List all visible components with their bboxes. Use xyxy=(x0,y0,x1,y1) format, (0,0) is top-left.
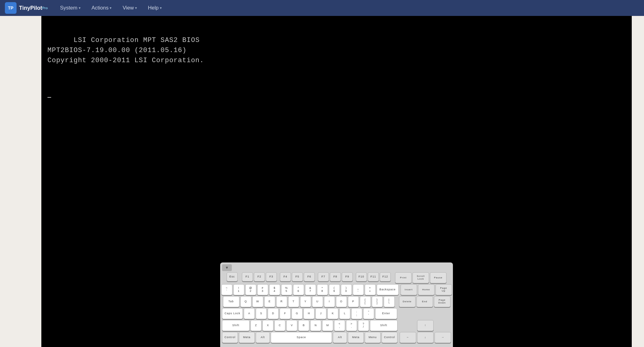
key-alt-left[interactable]: Alt xyxy=(256,332,270,343)
key-3[interactable]: #3 xyxy=(257,284,268,295)
key-8[interactable]: *8 xyxy=(317,284,328,295)
key-0[interactable]: )0 xyxy=(341,284,352,295)
key-shift-left[interactable]: Shift xyxy=(222,320,250,331)
key-q[interactable]: Q xyxy=(240,296,251,307)
menu-help[interactable]: Help ▾ xyxy=(143,2,167,13)
key-f[interactable]: F xyxy=(280,308,291,319)
key-ctrl-right[interactable]: Control xyxy=(382,332,397,343)
terminal-output: LSI Corporation MPT SAS2 BIOS MPT2BIOS-7… xyxy=(47,25,626,76)
key-w[interactable]: W xyxy=(252,296,263,307)
key-h[interactable]: H xyxy=(303,308,314,319)
key-r[interactable]: R xyxy=(276,296,287,307)
key-j[interactable]: J xyxy=(315,308,326,319)
key-comma[interactable]: <, xyxy=(334,320,345,331)
key-g[interactable]: G xyxy=(292,308,303,319)
key-x[interactable]: X xyxy=(262,320,273,331)
key-period[interactable]: >. xyxy=(346,320,357,331)
key-y[interactable]: Y xyxy=(300,296,311,307)
key-delete[interactable]: Delete xyxy=(399,296,416,307)
key-v[interactable]: V xyxy=(286,320,297,331)
key-z[interactable]: Z xyxy=(250,320,262,331)
key-arrow-down[interactable]: ↓ xyxy=(417,332,434,343)
key-caps-lock[interactable]: Caps Lock xyxy=(222,308,243,319)
key-insert[interactable]: Insert xyxy=(401,284,417,295)
key-arrow-up[interactable]: ↑ xyxy=(417,320,434,331)
key-meta-right[interactable]: Meta xyxy=(348,332,364,343)
key-f7[interactable]: F7 xyxy=(318,272,329,281)
keyboard-collapse-button[interactable]: ▼ xyxy=(222,264,232,271)
key-page-up[interactable]: PageUp xyxy=(435,284,452,295)
key-f12[interactable]: F12 xyxy=(380,272,391,281)
key-f5[interactable]: F5 xyxy=(292,272,303,281)
menu-view[interactable]: View ▾ xyxy=(118,2,142,13)
key-f9[interactable]: F9 xyxy=(342,272,353,281)
key-apostrophe[interactable]: "' xyxy=(363,308,374,319)
key-n[interactable]: N xyxy=(310,320,321,331)
key-menu[interactable]: Menu xyxy=(365,332,381,343)
key-f3[interactable]: F3 xyxy=(266,272,277,281)
key-7[interactable]: &7 xyxy=(305,284,316,295)
key-shift-right[interactable]: Shift xyxy=(370,320,397,331)
key-f8[interactable]: F8 xyxy=(330,272,341,281)
key-open-bracket[interactable]: {[ xyxy=(360,296,371,307)
key-esc[interactable]: Esc xyxy=(227,272,238,281)
key-home[interactable]: Home xyxy=(418,284,435,295)
chevron-down-icon: ▾ xyxy=(79,6,81,10)
key-2[interactable]: @2 xyxy=(245,284,256,295)
key-c[interactable]: C xyxy=(274,320,285,331)
menu-system[interactable]: System ▾ xyxy=(55,2,85,13)
key-a[interactable]: A xyxy=(244,308,255,319)
key-end[interactable]: End xyxy=(416,296,433,307)
key-t[interactable]: T xyxy=(288,296,299,307)
key-9[interactable]: (9 xyxy=(329,284,340,295)
virtual-keyboard: ▼ Esc F1 F2 F3 F4 F5 F6 F7 F8 F9 F10 xyxy=(220,262,453,347)
key-f6[interactable]: F6 xyxy=(304,272,315,281)
key-slash[interactable]: ?/ xyxy=(358,320,369,331)
key-minus[interactable]: _- xyxy=(353,284,364,295)
key-semicolon[interactable]: :; xyxy=(351,308,362,319)
key-close-bracket[interactable]: }] xyxy=(372,296,383,307)
key-s[interactable]: S xyxy=(256,308,267,319)
menu-actions[interactable]: Actions ▾ xyxy=(87,2,117,13)
key-m[interactable]: M xyxy=(322,320,333,331)
key-6[interactable]: ^6 xyxy=(293,284,304,295)
key-pause[interactable]: Pause xyxy=(430,272,446,283)
key-arrow-right[interactable]: → xyxy=(435,332,451,343)
key-f11[interactable]: F11 xyxy=(368,272,379,281)
key-l[interactable]: L xyxy=(339,308,350,319)
key-backslash[interactable]: |\ xyxy=(384,296,395,307)
key-print-screen[interactable]: Print xyxy=(395,272,412,283)
key-tab[interactable]: Tab xyxy=(223,296,239,307)
key-ctrl-left[interactable]: Control xyxy=(222,332,238,343)
key-page-down[interactable]: PageDown xyxy=(434,296,450,307)
key-k[interactable]: K xyxy=(327,308,338,319)
key-scroll-lock[interactable]: ScrollLock xyxy=(412,272,429,283)
key-u[interactable]: U xyxy=(312,296,323,307)
keyboard-number-row: ~` !1 @2 #3 $4 %5 ^6 &7 *8 (9 )0 _- += B… xyxy=(222,284,451,295)
key-b[interactable]: B xyxy=(298,320,309,331)
logo-pro: Pro xyxy=(42,6,48,10)
key-backtick[interactable]: ~` xyxy=(221,284,232,295)
key-enter[interactable]: Enter xyxy=(375,308,397,319)
key-arrow-left[interactable]: ← xyxy=(400,332,416,343)
key-5[interactable]: %5 xyxy=(281,284,292,295)
key-f2[interactable]: F2 xyxy=(254,272,265,281)
navigation-bar: TP TinyPilotPro System ▾ Actions ▾ View … xyxy=(0,0,644,16)
key-i[interactable]: I xyxy=(324,296,335,307)
terminal-area[interactable]: LSI Corporation MPT SAS2 BIOS MPT2BIOS-7… xyxy=(41,16,632,347)
logo-box: TP xyxy=(5,2,17,14)
key-d[interactable]: D xyxy=(268,308,279,319)
key-o[interactable]: O xyxy=(336,296,347,307)
key-e[interactable]: E xyxy=(264,296,275,307)
key-f1[interactable]: F1 xyxy=(242,272,253,281)
key-space[interactable]: Space xyxy=(271,332,332,343)
key-4[interactable]: $4 xyxy=(269,284,280,295)
key-f10[interactable]: F10 xyxy=(356,272,367,281)
key-meta-left[interactable]: Meta xyxy=(239,332,255,343)
key-alt-right[interactable]: Alt xyxy=(333,332,347,343)
key-backspace[interactable]: Backspace xyxy=(377,284,399,295)
key-p[interactable]: P xyxy=(348,296,359,307)
key-equals[interactable]: += xyxy=(365,284,376,295)
key-1[interactable]: !1 xyxy=(233,284,244,295)
key-f4[interactable]: F4 xyxy=(280,272,291,281)
